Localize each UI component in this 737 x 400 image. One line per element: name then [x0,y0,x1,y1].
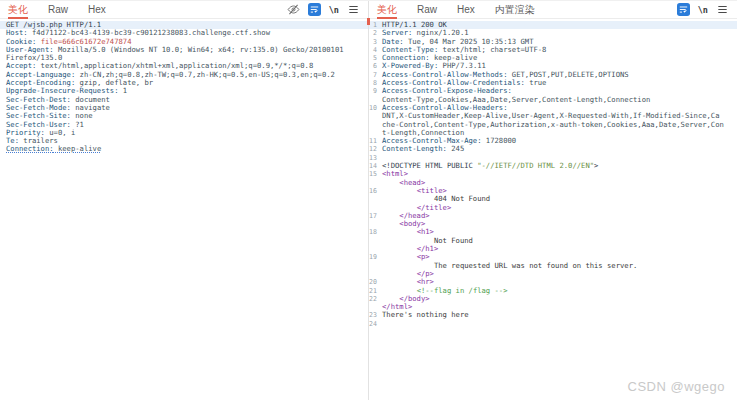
line-number [369,270,382,278]
code-line: 12Content-Length: 245 [369,145,737,153]
tab-raw[interactable]: Raw [48,1,68,18]
request-toolbar: \n [287,1,360,18]
line-number: 1 [369,21,382,29]
line-number: 5 [369,54,382,62]
word-wrap-icon[interactable] [308,3,321,16]
line-number: 19 [369,253,382,261]
menu-icon[interactable] [347,3,360,16]
panel-divider[interactable] [368,1,369,400]
response-panel: 美化RawHex内置渲染 \n 1HTTP/1.1 200 OK2Server:… [369,1,737,400]
line-number [369,262,382,270]
tab-render[interactable]: 内置渲染 [495,1,535,18]
line-number: 3 [369,38,382,46]
request-tabbar: 美化RawHex \n [0,1,368,19]
menu-icon[interactable] [716,3,729,16]
line-number: 20 [369,278,382,286]
line-number: 8 [369,79,382,87]
line-number: 13 [369,154,382,162]
line-number: 15 [369,170,382,178]
line-number: 21 [369,287,382,295]
line-number [369,96,382,104]
code-line: 23There's nothing here [369,311,737,319]
line-number [369,245,382,253]
line-number: 18 [369,228,382,236]
tab-pretty[interactable]: 美化 [8,1,28,18]
line-number: 23 [369,311,382,319]
code-line: 24 [369,320,737,328]
tab-pretty[interactable]: 美化 [377,1,397,18]
code-line: Connection: keep-alive [0,145,368,153]
line-number [369,195,382,203]
line-number: 10 [369,104,382,112]
line-number [369,220,382,228]
code-line: 14<!DOCTYPE HTML PUBLIC "-//IETF//DTD HT… [369,162,737,170]
line-number: 2 [369,29,382,37]
line-number [369,121,382,129]
line-number: 6 [369,62,382,70]
newline-icon[interactable]: \n [329,3,339,16]
response-toolbar: \n [677,1,729,18]
line-number: 14 [369,162,382,170]
line-number: 22 [369,295,382,303]
response-tabbar: 美化RawHex内置渲染 \n [369,1,737,19]
word-wrap-icon[interactable] [677,3,690,16]
tab-raw[interactable]: Raw [417,1,437,18]
hide-icon[interactable] [287,3,300,16]
split-handle [367,18,370,25]
line-number: 4 [369,46,382,54]
line-number [369,204,382,212]
http-traffic-viewer: 美化RawHex \n GET /wjsb.php HTTP/1.1Host: … [0,0,737,400]
line-number [369,179,382,187]
line-number: 9 [369,87,382,95]
code-line: 22 </body> [369,295,737,303]
line-number: 12 [369,145,382,153]
line-number: 16 [369,187,382,195]
request-editor[interactable]: GET /wjsb.php HTTP/1.1Host: f4d71122-bc4… [0,19,368,400]
line-number: 24 [369,320,382,328]
line-number [369,303,382,311]
tab-hex[interactable]: Hex [88,1,106,18]
line-number [369,112,382,120]
tab-hex[interactable]: Hex [457,1,475,18]
line-number [369,237,382,245]
line-number: 11 [369,137,382,145]
line-number [369,129,382,137]
newline-icon[interactable]: \n [698,3,708,16]
request-panel: 美化RawHex \n GET /wjsb.php HTTP/1.1Host: … [0,1,368,400]
line-number: 7 [369,71,382,79]
line-number: 17 [369,212,382,220]
response-editor[interactable]: 1HTTP/1.1 200 OK2Server: nginx/1.20.13Da… [369,19,737,400]
